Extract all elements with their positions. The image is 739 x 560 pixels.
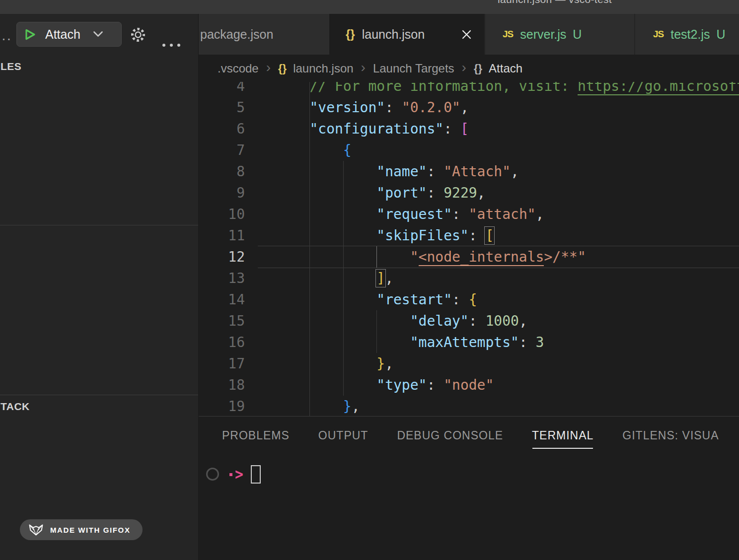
- terminal-prompt-line[interactable]: >: [206, 464, 261, 484]
- debug-sidebar: ... Attach LES TACK: [0, 14, 199, 560]
- line-number: 13: [199, 268, 258, 289]
- breadcrumb-item-launch-json[interactable]: launch.json: [293, 62, 353, 75]
- editor-tab-bar: package.json {} launch.json JS server.js…: [199, 14, 739, 55]
- chevron-right-icon: ›: [265, 61, 272, 76]
- code-line[interactable]: 10 "request": "attach",: [199, 204, 739, 225]
- code-text: ],: [258, 268, 393, 289]
- code-line[interactable]: 8 "name": "Attach",: [199, 161, 739, 182]
- git-untracked-badge: U: [573, 27, 582, 42]
- start-debug-icon[interactable]: [24, 29, 36, 40]
- section-divider: [0, 395, 198, 395]
- line-number: 7: [199, 140, 258, 161]
- code-lines: 4 // For more information, visit: https:…: [199, 82, 739, 416]
- code-line[interactable]: 15 "delay": 1000,: [199, 310, 739, 332]
- js-file-icon: JS: [503, 29, 513, 40]
- panel-tab-output[interactable]: OUTPUT: [318, 429, 369, 442]
- title-bar: launch.json — vsco-test: [0, 0, 739, 14]
- tab-launch-json[interactable]: {} launch.json: [329, 14, 484, 55]
- indent-guide: [343, 161, 344, 396]
- breadcrumb-item-attach[interactable]: Attach: [489, 62, 522, 75]
- code-line[interactable]: 5 "version": "0.2.0",: [199, 97, 739, 118]
- line-number: 19: [199, 396, 258, 416]
- panel-tab-gitlens[interactable]: GITLENS: VISUA: [622, 429, 719, 442]
- indent-guide: [376, 310, 377, 353]
- code-line[interactable]: 9 "port": 9229,: [199, 182, 739, 204]
- panel-tab-terminal[interactable]: TERMINAL: [532, 429, 593, 442]
- code-text: {: [258, 140, 352, 161]
- section-divider: [0, 225, 198, 225]
- code-text: "version": "0.2.0",: [258, 97, 469, 118]
- line-number: 12: [199, 246, 258, 268]
- tab-server-js[interactable]: JS server.js U: [484, 14, 634, 55]
- line-number: 6: [199, 118, 258, 140]
- code-line[interactable]: 11 "skipFiles": [: [199, 225, 739, 246]
- bottom-panel: PROBLEMS OUTPUT DEBUG CONSOLE TERMINAL G…: [199, 416, 739, 560]
- line-number: 9: [199, 182, 258, 204]
- code-text: "maxAttempts": 3: [258, 332, 544, 353]
- chevron-down-icon[interactable]: [93, 31, 103, 37]
- panel-tab-problems[interactable]: PROBLEMS: [222, 429, 290, 442]
- code-line[interactable]: 19 },: [199, 396, 739, 416]
- sidebar-section-call-stack[interactable]: TACK: [0, 401, 30, 413]
- line-number: 10: [199, 204, 258, 225]
- code-editor[interactable]: 4 // For more information, visit: https:…: [199, 82, 739, 416]
- tab-test2-js[interactable]: JS test2.js U: [634, 14, 739, 55]
- debug-config-label[interactable]: Attach: [45, 27, 80, 42]
- code-text: "configurations": [: [258, 118, 469, 140]
- panel-tab-debug-console[interactable]: DEBUG CONSOLE: [397, 429, 503, 442]
- code-text: "delay": 1000,: [258, 310, 527, 332]
- code-line[interactable]: 18 "type": "node": [199, 374, 739, 396]
- more-actions-icon[interactable]: [162, 44, 180, 47]
- line-number: 4: [199, 82, 258, 97]
- json-braces-icon: {}: [346, 27, 355, 41]
- terminal-status-circle-icon: [206, 468, 219, 481]
- code-line[interactable]: 4 // For more information, visit: https:…: [199, 82, 739, 97]
- sidebar-section-variables[interactable]: LES: [0, 61, 21, 72]
- code-text: },: [258, 396, 360, 416]
- code-text: // For more information, visit: https://…: [258, 82, 739, 97]
- code-text: },: [258, 353, 393, 374]
- gifox-badge: MADE WITH GIFOX: [20, 519, 143, 540]
- panel-tab-bar: PROBLEMS OUTPUT DEBUG CONSOLE TERMINAL G…: [199, 417, 739, 454]
- line-number: 5: [199, 97, 258, 118]
- line-number: 18: [199, 374, 258, 396]
- code-line[interactable]: 7 {: [199, 140, 739, 161]
- close-icon[interactable]: [461, 29, 472, 40]
- breadcrumb-item-launch-targets[interactable]: Launch Targets: [373, 62, 454, 75]
- code-text: "restart": {: [258, 289, 477, 310]
- debug-launch-toolbar[interactable]: Attach: [16, 22, 122, 47]
- line-number: 8: [199, 161, 258, 182]
- code-text: "request": "attach",: [258, 204, 544, 225]
- line-number: 17: [199, 353, 258, 374]
- object-braces-icon: {}: [474, 62, 482, 75]
- code-line[interactable]: 13 ],: [199, 268, 739, 289]
- indent-guide: [309, 82, 310, 416]
- git-untracked-badge: U: [716, 27, 725, 42]
- gifox-badge-label: MADE WITH GIFOX: [50, 526, 131, 534]
- js-file-icon: JS: [653, 29, 664, 40]
- breadcrumb: .vscode › {} launch.json › Launch Target…: [199, 55, 739, 82]
- prompt-dot-icon: [229, 473, 232, 476]
- code-text: "<node_internals>/**": [258, 246, 586, 268]
- breadcrumb-item-vscode[interactable]: .vscode: [218, 62, 259, 75]
- fox-icon: [28, 524, 44, 536]
- terminal-cursor: [251, 465, 261, 484]
- prompt-chevron-icon: >: [235, 465, 243, 484]
- code-text: "type": "node": [258, 374, 494, 396]
- line-number: 14: [199, 289, 258, 310]
- code-line[interactable]: 14 "restart": {: [199, 289, 739, 310]
- tab-package-json[interactable]: package.json: [199, 14, 329, 55]
- gear-icon[interactable]: [130, 26, 147, 43]
- code-line[interactable]: 6 "configurations": [: [199, 118, 739, 140]
- line-number: 16: [199, 332, 258, 353]
- code-line[interactable]: 12 "<node_internals>/**": [199, 246, 739, 268]
- code-line[interactable]: 16 "maxAttempts": 3: [199, 332, 739, 353]
- line-number: 15: [199, 310, 258, 332]
- toolbar-overflow-dots: ...: [0, 27, 12, 44]
- line-number: 11: [199, 225, 258, 246]
- code-text: "port": 9229,: [258, 182, 485, 204]
- chevron-right-icon: ›: [461, 61, 467, 76]
- code-line[interactable]: 17 },: [199, 353, 739, 374]
- window-title: launch.json — vsco-test: [498, 0, 612, 5]
- chevron-right-icon: ›: [360, 61, 367, 76]
